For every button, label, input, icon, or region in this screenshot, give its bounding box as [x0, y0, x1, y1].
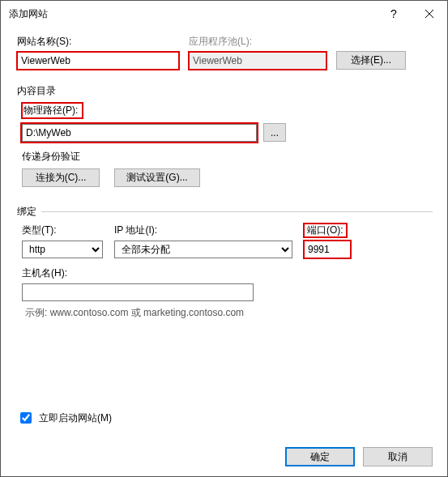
- dialog-footer: 确定 取消: [1, 437, 447, 476]
- port-input[interactable]: [304, 241, 351, 258]
- content-dir-group-label: 内容目录: [17, 84, 56, 98]
- port-label: 端口(O):: [304, 224, 347, 237]
- app-pool-input: [189, 52, 326, 70]
- cancel-button[interactable]: 取消: [363, 447, 433, 466]
- window-title: 添加网站: [9, 7, 376, 21]
- browse-path-button[interactable]: ...: [263, 123, 286, 142]
- binding-group-label: 绑定: [17, 205, 36, 219]
- close-button[interactable]: [412, 1, 447, 27]
- hostname-label: 主机名(H):: [22, 266, 433, 280]
- physical-path-input[interactable]: [22, 124, 257, 142]
- dialog-add-website: 添加网站 ? 网站名称(S): 应用程序池(L): 选择(E)... 内容目录 …: [0, 0, 448, 477]
- passthrough-auth-label: 传递身份验证: [22, 150, 433, 164]
- help-button[interactable]: ?: [376, 1, 412, 27]
- test-settings-button[interactable]: 测试设置(G)...: [114, 168, 200, 187]
- connect-as-button[interactable]: 连接为(C)...: [22, 168, 100, 187]
- divider: [41, 211, 433, 212]
- physical-path-label: 物理路径(P):: [22, 103, 83, 118]
- titlebar: 添加网站 ?: [1, 1, 447, 27]
- site-name-label: 网站名称(S):: [17, 35, 179, 49]
- dialog-body: 网站名称(S): 应用程序池(L): 选择(E)... 内容目录 物理路径(P)…: [1, 27, 447, 437]
- close-icon: [425, 10, 433, 18]
- hostname-example: 示例: www.contoso.com 或 marketing.contoso.…: [25, 306, 433, 320]
- start-immediately-input[interactable]: [20, 412, 32, 424]
- type-label: 类型(T):: [22, 224, 103, 237]
- hostname-input[interactable]: [22, 283, 254, 301]
- ok-button[interactable]: 确定: [285, 447, 355, 466]
- ip-select[interactable]: 全部未分配: [114, 241, 292, 258]
- app-pool-label: 应用程序池(L):: [189, 35, 326, 49]
- select-app-pool-button[interactable]: 选择(E)...: [336, 51, 406, 70]
- site-name-input[interactable]: [17, 52, 179, 70]
- type-select[interactable]: http: [22, 241, 103, 258]
- ip-label: IP 地址(I):: [114, 224, 292, 237]
- start-immediately-checkbox[interactable]: 立即启动网站(M): [17, 410, 112, 426]
- start-immediately-label: 立即启动网站(M): [39, 411, 112, 425]
